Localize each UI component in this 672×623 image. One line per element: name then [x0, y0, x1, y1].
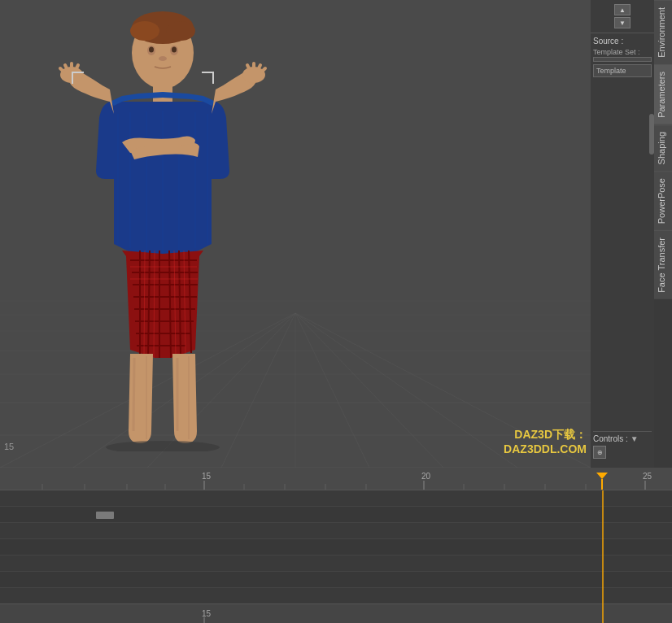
controls-icon: ▼	[631, 434, 639, 443]
timeline-ruler[interactable]: 15 20 25	[0, 468, 672, 490]
tab-face-transfer[interactable]: Face Transfer	[654, 230, 672, 299]
scroll-down-button[interactable]: ▼	[614, 17, 631, 28]
scroll-up-button[interactable]: ▲	[614, 4, 631, 15]
svg-text:15: 15	[202, 609, 212, 618]
track-row-3	[0, 523, 672, 539]
controls-icon-row: ⊕	[593, 446, 652, 459]
source-template-section: Source : Template Set : Template	[591, 33, 654, 83]
selection-marker-tr	[202, 72, 214, 84]
track-row-6	[0, 572, 672, 588]
svg-point-20	[166, 21, 195, 41]
frame-label: 15	[4, 442, 14, 451]
svg-point-28	[242, 67, 265, 83]
track-row-1	[0, 490, 672, 507]
svg-text:25: 25	[643, 472, 652, 481]
vertical-tabs: Environment Parameters Shaping PowerPose…	[654, 0, 672, 468]
ruler-svg: 15 20 25	[0, 468, 672, 490]
svg-line-13	[295, 313, 369, 468]
svg-point-19	[130, 21, 159, 41]
watermark-line1: DAZ3D下载：	[504, 428, 587, 442]
svg-text:15: 15	[202, 472, 212, 481]
svg-line-14	[295, 313, 443, 468]
svg-point-24	[172, 47, 177, 53]
tab-shaping[interactable]: Shaping	[654, 124, 672, 171]
svg-line-15	[295, 313, 517, 468]
bottom-ruler-svg: 15	[0, 604, 672, 623]
template-field[interactable]: Template	[593, 64, 652, 77]
right-panel: Environment Parameters Shaping PowerPose…	[591, 0, 672, 468]
selection-marker-tl	[72, 72, 84, 84]
svg-rect-30	[0, 468, 672, 490]
tab-environment[interactable]: Environment	[654, 0, 672, 64]
track-row-5	[0, 555, 672, 572]
timeline-area: 15 20 25	[0, 468, 672, 623]
track-row-2	[0, 507, 672, 523]
controls-label: Controls :	[593, 434, 628, 443]
playhead-line	[602, 490, 604, 623]
timeline-bottom-ruler[interactable]: 15	[0, 603, 672, 623]
control-icon-1[interactable]: ⊕	[593, 446, 606, 459]
source-label: Source :	[593, 37, 623, 46]
watermark: DAZ3D下载： DAZ3DDL.COM	[504, 428, 591, 455]
tab-powerpose[interactable]: PowerPose	[654, 171, 672, 230]
svg-point-29	[106, 441, 220, 451]
controls-section: Controls : ▼ ⊕	[591, 429, 654, 461]
panel-scrollbar[interactable]	[649, 114, 654, 155]
panel-content: ▲ ▼ Source : Template Set : Template Con…	[591, 0, 654, 468]
svg-point-23	[149, 47, 154, 53]
keyframe-block[interactable]	[96, 512, 114, 519]
track-row-7	[0, 588, 672, 604]
track-row-4	[0, 539, 672, 555]
watermark-line2: DAZ3DDL.COM	[504, 442, 587, 455]
svg-rect-26	[153, 81, 172, 102]
template-set-label: Template Set :	[593, 48, 652, 56]
tab-parameters[interactable]: Parameters	[654, 64, 672, 124]
svg-text:20: 20	[421, 472, 431, 481]
main-viewport: 15 DAZ3D下载： DAZ3DDL.COM	[0, 0, 591, 468]
template-set-field[interactable]	[593, 57, 652, 62]
svg-point-25	[159, 56, 167, 61]
panel-arrows: ▲ ▼	[591, 0, 654, 33]
svg-rect-51	[0, 604, 672, 623]
